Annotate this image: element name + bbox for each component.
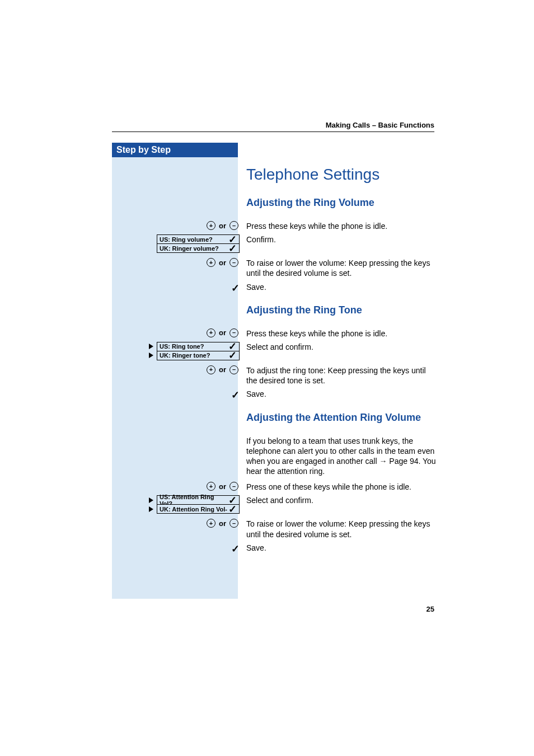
display-text: UK: Ringer tone? — [160, 352, 210, 359]
plus-or-minus-icon: + or – — [205, 519, 240, 528]
step-row: US: Ring volume? ✓ UK: Ringer volume? ✓ … — [246, 234, 437, 253]
minus-icon: – — [229, 519, 238, 528]
display-prompt: UK: Ringer tone? ✓ — [157, 351, 240, 360]
page-reference[interactable]: → Page 94 — [379, 457, 418, 466]
minus-icon: – — [229, 328, 238, 337]
subsection-ring-tone: Adjusting the Ring Tone — [246, 304, 437, 316]
display-prompt-group: US: Ring volume? ✓ UK: Ringer volume? ✓ — [149, 234, 240, 252]
plus-icon: + — [207, 328, 216, 337]
step-row: US: Ring tone? ✓ UK: Ringer tone? ✓ Sele… — [246, 342, 437, 361]
display-text: UK: Ringer volume? — [160, 245, 219, 252]
display-prompt: US: Ring volume? ✓ — [157, 234, 240, 244]
step-row: US: Attention Ring Vol? ✓ UK: Attention … — [246, 495, 437, 514]
triangle-icon — [149, 497, 153, 503]
sidebar-title: Step by Step — [112, 143, 238, 157]
or-label: or — [219, 222, 226, 230]
section-title: Telephone Settings — [246, 166, 437, 184]
display-row: US: Attention Ring Vol? ✓ — [149, 495, 240, 505]
page-number: 25 — [427, 605, 434, 613]
check-icon: ✓ — [228, 503, 237, 515]
display-text: US: Ring volume? — [160, 236, 213, 243]
step-text: Select and confirm. — [246, 342, 437, 352]
display-text: US: Ring tone? — [160, 343, 204, 350]
triangle-icon — [149, 353, 153, 358]
check-icon: ✓ — [231, 282, 240, 294]
display-prompt: US: Ring tone? ✓ — [157, 342, 240, 351]
display-row: US: Ring volume? ✓ — [149, 234, 240, 244]
or-label: or — [219, 259, 226, 267]
subsection-attention: Adjusting the Attention Ring Volume — [246, 412, 437, 424]
page: Making Calls – Basic Functions Step by S… — [0, 0, 534, 756]
plus-or-minus-icon: + or – — [205, 328, 240, 337]
step-row: + or – Press these keys while the phone … — [246, 328, 437, 339]
or-label: or — [219, 482, 226, 491]
triangle-icon — [149, 506, 153, 512]
display-row: UK: Attention Ring Vol- ✓ — [149, 504, 240, 514]
step-text: To raise or lower the volume: Keep press… — [246, 258, 437, 278]
check-icon-group: ✓ — [231, 282, 240, 294]
step-row: + or – Press one of these keys while the… — [246, 482, 437, 492]
display-prompt-group: US: Attention Ring Vol? ✓ UK: Attention … — [149, 495, 240, 513]
step-row: ✓ Save. — [246, 282, 437, 292]
or-label: or — [219, 519, 226, 528]
plus-or-minus-icon: + or – — [205, 365, 240, 374]
display-text: UK: Attention Ring Vol- — [160, 506, 227, 513]
step-text: Save. — [246, 389, 437, 399]
plus-icon: + — [207, 258, 216, 267]
step-row: ✓ Save. — [246, 543, 437, 553]
plus-icon: + — [207, 519, 216, 528]
plus-or-minus-icon: + or – — [205, 482, 240, 491]
running-header: Making Calls – Basic Functions — [326, 121, 434, 129]
step-text: To raise or lower the volume: Keep press… — [246, 519, 437, 539]
display-row: US: Ring tone? ✓ — [149, 342, 240, 351]
step-text: Press these keys while the phone is idle… — [246, 221, 437, 231]
plus-icon: + — [207, 482, 216, 491]
step-row: + or – Press these keys while the phone … — [246, 221, 437, 231]
check-icon: ✓ — [228, 349, 237, 361]
subsection-ring-volume: Adjusting the Ring Volume — [246, 197, 437, 209]
display-prompt: UK: Ringer volume? ✓ — [157, 243, 240, 253]
step-row: + or – To raise or lower the volume: Kee… — [246, 258, 437, 278]
plus-or-minus-icon: + or – — [205, 258, 240, 267]
header-rule — [112, 132, 434, 132]
display-prompt-group: US: Ring tone? ✓ UK: Ringer tone? ✓ — [149, 342, 240, 360]
step-row: + or – To raise or lower the volume: Kee… — [246, 519, 437, 539]
step-text: Press one of these keys while the phone … — [246, 482, 437, 492]
minus-icon: – — [229, 258, 238, 267]
plus-icon: + — [207, 221, 216, 230]
step-row: ✓ Save. — [246, 389, 437, 399]
step-row: + or – To adjust the ring tone: Keep pre… — [246, 365, 437, 386]
minus-icon: – — [229, 221, 238, 230]
step-text: Save. — [246, 543, 437, 553]
display-row: UK: Ringer tone? ✓ — [149, 351, 240, 360]
triangle-icon — [149, 344, 153, 349]
display-row: UK: Ringer volume? ✓ — [149, 243, 240, 253]
step-text: To adjust the ring tone: Keep pressing t… — [246, 365, 437, 386]
or-label: or — [219, 328, 226, 337]
check-icon: ✓ — [231, 389, 240, 401]
minus-icon: – — [229, 365, 238, 374]
step-text: Select and confirm. — [246, 495, 437, 505]
display-prompt: US: Attention Ring Vol? ✓ — [157, 495, 240, 505]
plus-icon: + — [207, 365, 216, 374]
step-text: Confirm. — [246, 234, 437, 245]
display-prompt: UK: Attention Ring Vol- ✓ — [157, 504, 240, 514]
check-icon: ✓ — [231, 543, 240, 555]
check-icon-group: ✓ — [231, 389, 240, 401]
plus-or-minus-icon: + or – — [205, 221, 240, 230]
intro-paragraph: If you belong to a team that uses trunk … — [246, 436, 437, 477]
minus-icon: – — [229, 482, 238, 491]
check-icon: ✓ — [228, 242, 237, 255]
content-column: Telephone Settings Adjusting the Ring Vo… — [246, 144, 437, 556]
or-label: or — [219, 365, 226, 374]
step-text: Press these keys while the phone is idle… — [246, 328, 437, 339]
step-text: Save. — [246, 282, 437, 292]
check-icon-group: ✓ — [231, 543, 240, 555]
